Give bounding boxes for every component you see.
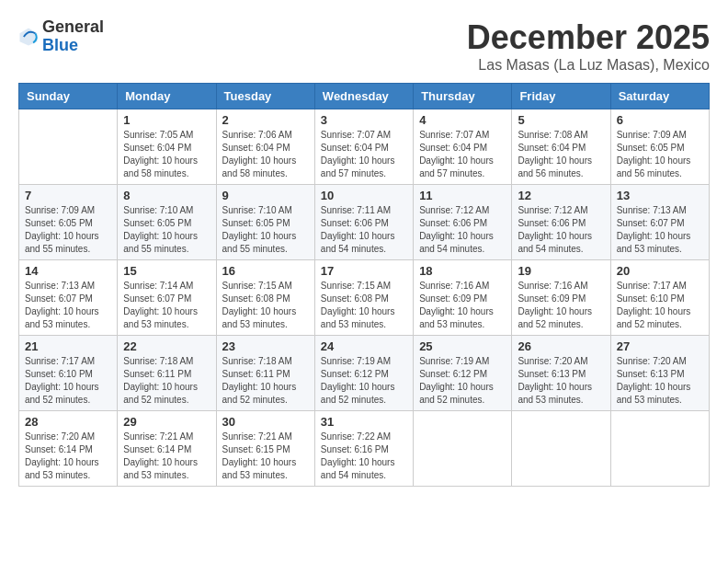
day-info: Sunrise: 7:05 AM Sunset: 6:04 PM Dayligh… — [123, 129, 210, 180]
calendar-cell: 12Sunrise: 7:12 AM Sunset: 6:06 PM Dayli… — [512, 185, 610, 260]
day-info: Sunrise: 7:07 AM Sunset: 6:04 PM Dayligh… — [419, 129, 506, 180]
calendar-cell: 10Sunrise: 7:11 AM Sunset: 6:06 PM Dayli… — [314, 185, 413, 260]
day-info: Sunrise: 7:21 AM Sunset: 6:14 PM Dayligh… — [123, 431, 210, 482]
weekday-header: Sunday — [19, 84, 118, 109]
day-number: 7 — [25, 189, 111, 202]
calendar-week-row: 1Sunrise: 7:05 AM Sunset: 6:04 PM Daylig… — [19, 109, 710, 185]
day-number: 20 — [617, 264, 703, 278]
weekday-header: Friday — [512, 84, 610, 109]
calendar-cell: 16Sunrise: 7:15 AM Sunset: 6:08 PM Dayli… — [216, 260, 314, 336]
calendar-cell: 13Sunrise: 7:13 AM Sunset: 6:07 PM Dayli… — [610, 185, 709, 260]
logo-text: General Blue — [42, 18, 104, 55]
day-number: 25 — [419, 339, 506, 353]
day-info: Sunrise: 7:15 AM Sunset: 6:08 PM Dayligh… — [222, 280, 309, 331]
day-number: 16 — [222, 264, 309, 278]
day-number: 31 — [321, 415, 407, 429]
day-number: 11 — [419, 189, 506, 202]
svg-marker-0 — [19, 28, 37, 45]
day-info: Sunrise: 7:07 AM Sunset: 6:04 PM Dayligh… — [321, 129, 407, 180]
calendar-cell — [414, 411, 512, 487]
day-number: 30 — [222, 415, 309, 429]
calendar-cell: 15Sunrise: 7:14 AM Sunset: 6:07 PM Dayli… — [118, 260, 216, 336]
day-number: 18 — [419, 264, 506, 278]
calendar-cell: 30Sunrise: 7:21 AM Sunset: 6:15 PM Dayli… — [216, 411, 314, 487]
day-info: Sunrise: 7:13 AM Sunset: 6:07 PM Dayligh… — [25, 280, 111, 331]
day-number: 4 — [419, 113, 506, 127]
logo: General Blue — [18, 18, 104, 55]
calendar-cell: 8Sunrise: 7:10 AM Sunset: 6:05 PM Daylig… — [118, 185, 216, 260]
calendar-week-row: 7Sunrise: 7:09 AM Sunset: 6:05 PM Daylig… — [19, 185, 710, 260]
day-info: Sunrise: 7:11 AM Sunset: 6:06 PM Dayligh… — [321, 204, 407, 256]
day-number: 22 — [123, 339, 210, 353]
day-info: Sunrise: 7:09 AM Sunset: 6:05 PM Dayligh… — [617, 129, 703, 180]
day-number: 27 — [617, 339, 703, 353]
weekday-header: Monday — [118, 84, 216, 109]
day-number: 23 — [222, 339, 309, 353]
calendar-cell — [19, 109, 118, 185]
calendar-cell: 22Sunrise: 7:18 AM Sunset: 6:11 PM Dayli… — [118, 336, 216, 411]
calendar-week-row: 21Sunrise: 7:17 AM Sunset: 6:10 PM Dayli… — [19, 336, 710, 411]
calendar-cell: 19Sunrise: 7:16 AM Sunset: 6:09 PM Dayli… — [512, 260, 610, 336]
day-number: 10 — [321, 189, 407, 202]
month-title: December 2025 — [467, 18, 710, 57]
weekday-row: SundayMondayTuesdayWednesdayThursdayFrid… — [19, 84, 710, 109]
calendar-cell: 31Sunrise: 7:22 AM Sunset: 6:16 PM Dayli… — [314, 411, 413, 487]
day-info: Sunrise: 7:18 AM Sunset: 6:11 PM Dayligh… — [123, 355, 210, 407]
calendar-cell: 20Sunrise: 7:17 AM Sunset: 6:10 PM Dayli… — [610, 260, 709, 336]
calendar-cell: 21Sunrise: 7:17 AM Sunset: 6:10 PM Dayli… — [19, 336, 118, 411]
logo-general: General — [42, 18, 104, 37]
calendar-cell: 7Sunrise: 7:09 AM Sunset: 6:05 PM Daylig… — [19, 185, 118, 260]
day-info: Sunrise: 7:18 AM Sunset: 6:11 PM Dayligh… — [222, 355, 309, 407]
day-number: 21 — [25, 339, 111, 353]
day-number: 17 — [321, 264, 407, 278]
day-number: 3 — [321, 113, 407, 127]
calendar-cell — [512, 411, 610, 487]
calendar: SundayMondayTuesdayWednesdayThursdayFrid… — [18, 83, 710, 487]
weekday-header: Tuesday — [216, 84, 314, 109]
location: Las Masas (La Luz Masas), Mexico — [467, 57, 710, 74]
calendar-cell: 5Sunrise: 7:08 AM Sunset: 6:04 PM Daylig… — [512, 109, 610, 185]
day-info: Sunrise: 7:09 AM Sunset: 6:05 PM Dayligh… — [25, 204, 111, 256]
weekday-header: Saturday — [610, 84, 709, 109]
day-info: Sunrise: 7:14 AM Sunset: 6:07 PM Dayligh… — [123, 280, 210, 331]
calendar-cell: 27Sunrise: 7:20 AM Sunset: 6:13 PM Dayli… — [610, 336, 709, 411]
day-info: Sunrise: 7:10 AM Sunset: 6:05 PM Dayligh… — [222, 204, 309, 256]
day-number: 5 — [518, 113, 604, 127]
calendar-header: SundayMondayTuesdayWednesdayThursdayFrid… — [19, 84, 710, 109]
calendar-cell: 1Sunrise: 7:05 AM Sunset: 6:04 PM Daylig… — [118, 109, 216, 185]
day-number: 2 — [222, 113, 309, 127]
day-number: 15 — [123, 264, 210, 278]
day-number: 1 — [123, 113, 210, 127]
day-info: Sunrise: 7:22 AM Sunset: 6:16 PM Dayligh… — [321, 431, 407, 482]
day-info: Sunrise: 7:12 AM Sunset: 6:06 PM Dayligh… — [419, 204, 506, 256]
day-number: 19 — [518, 264, 604, 278]
calendar-cell: 18Sunrise: 7:16 AM Sunset: 6:09 PM Dayli… — [414, 260, 512, 336]
calendar-week-row: 14Sunrise: 7:13 AM Sunset: 6:07 PM Dayli… — [19, 260, 710, 336]
calendar-cell: 24Sunrise: 7:19 AM Sunset: 6:12 PM Dayli… — [314, 336, 413, 411]
day-info: Sunrise: 7:17 AM Sunset: 6:10 PM Dayligh… — [617, 280, 703, 331]
day-number: 6 — [617, 113, 703, 127]
calendar-cell: 14Sunrise: 7:13 AM Sunset: 6:07 PM Dayli… — [19, 260, 118, 336]
day-info: Sunrise: 7:10 AM Sunset: 6:05 PM Dayligh… — [123, 204, 210, 256]
day-number: 13 — [617, 189, 703, 202]
day-number: 8 — [123, 189, 210, 202]
calendar-cell: 6Sunrise: 7:09 AM Sunset: 6:05 PM Daylig… — [610, 109, 709, 185]
day-number: 14 — [25, 264, 111, 278]
day-number: 29 — [123, 415, 210, 429]
calendar-cell: 9Sunrise: 7:10 AM Sunset: 6:05 PM Daylig… — [216, 185, 314, 260]
calendar-cell: 11Sunrise: 7:12 AM Sunset: 6:06 PM Dayli… — [414, 185, 512, 260]
day-info: Sunrise: 7:20 AM Sunset: 6:13 PM Dayligh… — [518, 355, 604, 407]
day-number: 9 — [222, 189, 309, 202]
day-info: Sunrise: 7:20 AM Sunset: 6:13 PM Dayligh… — [617, 355, 703, 407]
day-number: 24 — [321, 339, 407, 353]
logo-icon — [18, 27, 39, 47]
calendar-cell: 3Sunrise: 7:07 AM Sunset: 6:04 PM Daylig… — [314, 109, 413, 185]
day-number: 26 — [518, 339, 604, 353]
calendar-cell: 28Sunrise: 7:20 AM Sunset: 6:14 PM Dayli… — [19, 411, 118, 487]
day-info: Sunrise: 7:12 AM Sunset: 6:06 PM Dayligh… — [518, 204, 604, 256]
calendar-cell: 29Sunrise: 7:21 AM Sunset: 6:14 PM Dayli… — [118, 411, 216, 487]
day-info: Sunrise: 7:06 AM Sunset: 6:04 PM Dayligh… — [222, 129, 309, 180]
page-header: General Blue December 2025 Las Masas (La… — [18, 18, 710, 74]
calendar-cell: 26Sunrise: 7:20 AM Sunset: 6:13 PM Dayli… — [512, 336, 610, 411]
day-info: Sunrise: 7:19 AM Sunset: 6:12 PM Dayligh… — [321, 355, 407, 407]
